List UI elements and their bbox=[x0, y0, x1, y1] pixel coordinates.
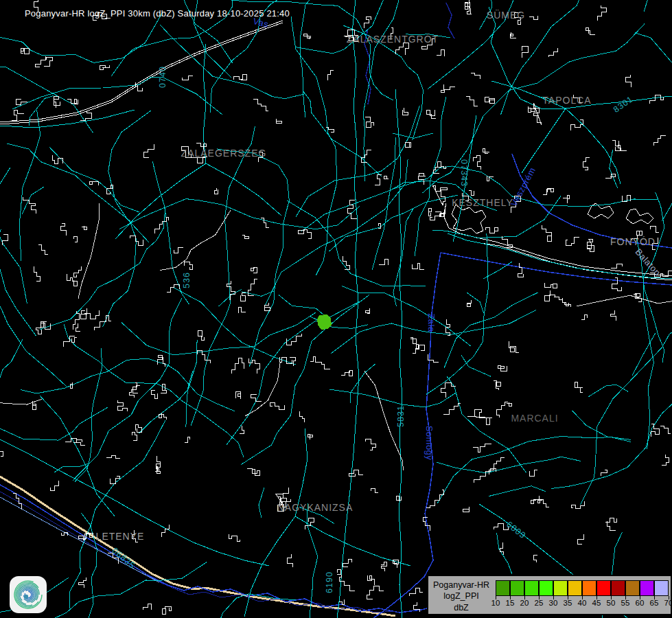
village-outline bbox=[371, 489, 378, 493]
village-outline bbox=[144, 144, 154, 158]
map-line bbox=[64, 324, 244, 457]
village-outline bbox=[466, 97, 478, 106]
village-outline bbox=[485, 98, 495, 104]
village-outline bbox=[305, 518, 314, 529]
village-outline bbox=[441, 382, 456, 397]
map-line bbox=[78, 202, 99, 299]
village-outline bbox=[384, 176, 389, 179]
legend-color-cell bbox=[596, 580, 611, 596]
village-outline bbox=[299, 229, 311, 238]
village-outline bbox=[469, 191, 474, 196]
village-outline bbox=[16, 100, 27, 105]
village-outline bbox=[494, 524, 508, 529]
village-outline bbox=[410, 339, 419, 354]
village-outline bbox=[581, 315, 588, 319]
village-outline bbox=[65, 438, 77, 443]
legend-tick-label: 10 bbox=[491, 599, 500, 607]
village-outline bbox=[537, 499, 549, 507]
village-outline bbox=[300, 411, 305, 423]
legend-tick-label: 60 bbox=[636, 599, 645, 607]
village-outline bbox=[326, 128, 334, 133]
village-outline bbox=[651, 424, 659, 437]
village-outline bbox=[598, 5, 607, 21]
map-line bbox=[441, 253, 672, 285]
map-line bbox=[364, 371, 404, 470]
map-line bbox=[49, 147, 139, 212]
map-line bbox=[446, 3, 454, 38]
village-outline bbox=[215, 188, 218, 194]
village-outline bbox=[185, 262, 193, 269]
village-outline bbox=[129, 386, 140, 398]
map-line bbox=[0, 110, 135, 128]
village-outline bbox=[571, 119, 583, 130]
map-line bbox=[350, 364, 375, 404]
village-outline bbox=[412, 264, 424, 270]
map-line bbox=[393, 209, 413, 306]
map-line bbox=[295, 428, 308, 516]
legend-product: logZ_PPI bbox=[428, 591, 494, 602]
village-outline bbox=[133, 382, 138, 393]
map-line bbox=[265, 159, 408, 306]
village-outline bbox=[463, 507, 470, 512]
village-outline bbox=[395, 43, 408, 54]
village-outline bbox=[161, 385, 166, 393]
village-outline bbox=[135, 425, 142, 432]
legend-station: Poganyvar-HR bbox=[428, 580, 494, 591]
village-outline bbox=[73, 237, 78, 242]
map-line bbox=[242, 291, 274, 296]
village-outline bbox=[80, 111, 91, 120]
legend-color-cell bbox=[654, 580, 669, 596]
map-line bbox=[75, 349, 102, 482]
village-outline bbox=[410, 588, 423, 596]
village-outline bbox=[349, 470, 363, 476]
village-outline bbox=[71, 337, 77, 342]
village-outline bbox=[41, 322, 51, 330]
village-outline bbox=[242, 235, 249, 238]
village-outline bbox=[544, 290, 555, 301]
village-outline bbox=[106, 455, 119, 458]
map-line bbox=[0, 339, 23, 443]
village-outline bbox=[650, 95, 663, 104]
map-line bbox=[662, 24, 672, 221]
map-line bbox=[537, 96, 557, 102]
map-line bbox=[19, 110, 40, 261]
village-outline bbox=[343, 559, 352, 566]
village-outline bbox=[467, 409, 492, 424]
village-outline bbox=[510, 32, 516, 38]
village-outline bbox=[406, 142, 411, 148]
radar-map-canvas bbox=[0, 0, 672, 618]
map-line bbox=[0, 21, 283, 122]
village-outline bbox=[117, 400, 128, 412]
village-outline bbox=[76, 439, 85, 445]
map-line bbox=[479, 0, 492, 30]
village-outline bbox=[365, 439, 375, 450]
village-outline bbox=[402, 108, 408, 115]
village-outline bbox=[429, 209, 432, 216]
village-outline bbox=[518, 263, 524, 277]
village-outline bbox=[574, 95, 583, 102]
map-line bbox=[577, 295, 672, 306]
village-outline bbox=[280, 499, 291, 507]
village-outline bbox=[427, 110, 436, 118]
map-line bbox=[566, 108, 621, 184]
village-outline bbox=[21, 48, 30, 54]
village-outline bbox=[227, 281, 235, 300]
legend-tick-label: 55 bbox=[621, 599, 630, 607]
map-line bbox=[245, 362, 280, 416]
village-outline bbox=[634, 294, 641, 302]
map-line bbox=[489, 7, 566, 108]
village-outline bbox=[578, 534, 583, 545]
village-outline bbox=[151, 390, 157, 398]
village-outline bbox=[563, 196, 570, 203]
village-outline bbox=[198, 331, 204, 341]
village-outline bbox=[509, 341, 519, 352]
weather-service-logo bbox=[10, 576, 47, 613]
map-line bbox=[572, 411, 631, 439]
village-outline bbox=[162, 606, 171, 614]
village-outline bbox=[233, 75, 246, 80]
village-outline bbox=[364, 17, 371, 28]
map-line bbox=[373, 253, 441, 618]
map-line bbox=[443, 203, 672, 276]
village-outline bbox=[566, 238, 579, 246]
village-outline bbox=[232, 358, 244, 374]
